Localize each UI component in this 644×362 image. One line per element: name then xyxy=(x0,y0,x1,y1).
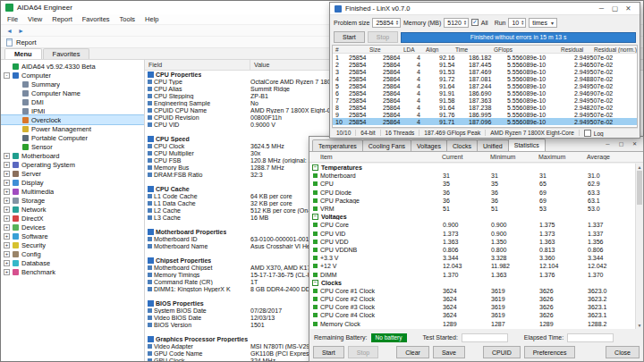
tree-item[interactable]: Overclock xyxy=(1,115,144,124)
tree-item[interactable]: + Display xyxy=(1,178,144,187)
sensor-row[interactable]: VRM 51 51 53 53.0 xyxy=(310,205,635,213)
sensor-row[interactable]: CPU Core #3 Clock 3624 3619 3626 3623.1 xyxy=(310,303,635,311)
expander-icon[interactable] xyxy=(13,144,20,150)
report-button[interactable]: Report xyxy=(16,38,37,46)
tree-item[interactable]: + Security xyxy=(1,240,144,249)
menu-item[interactable]: Favorites xyxy=(82,15,110,23)
expander-icon[interactable]: + xyxy=(4,233,10,240)
sensor-row[interactable]: CPU Core #4 Clock 3624 3619 3626 3623.1 xyxy=(310,311,635,319)
result-row[interactable]: 6 25854 25864 4 91.91 186.690 5.556089e-… xyxy=(333,89,637,97)
expander-icon[interactable] xyxy=(13,99,20,105)
button[interactable]: Stop xyxy=(348,346,378,358)
column-average[interactable]: Average xyxy=(585,154,633,160)
column-field[interactable]: Field xyxy=(145,60,250,70)
back-icon[interactable]: ◄ xyxy=(6,28,13,34)
tree-item[interactable]: DMI xyxy=(1,97,144,106)
tree-item[interactable]: Portable Computer xyxy=(1,133,144,142)
sensor-row[interactable]: CPU 35 35 65 62.9 xyxy=(310,180,635,188)
column-header[interactable]: Time xyxy=(453,46,491,53)
sensor-row[interactable]: CPU Core #1 Clock 3624 3619 3626 3623.0 xyxy=(310,287,635,295)
tree-item[interactable]: + Benchmark xyxy=(1,267,144,276)
memory-input[interactable]: 5120 xyxy=(444,18,469,28)
expander-icon[interactable]: + xyxy=(4,162,10,168)
spinner-icon[interactable] xyxy=(395,20,399,25)
expander-icon[interactable]: + xyxy=(4,171,10,177)
tree-item[interactable]: AIDA64 v5.92.4330 Beta xyxy=(1,62,144,71)
minimize-button[interactable] xyxy=(595,4,608,13)
button[interactable]: Start xyxy=(313,346,344,358)
times-dropdown[interactable]: times xyxy=(529,18,557,28)
all-checkbox[interactable] xyxy=(471,19,479,26)
result-row[interactable]: 2 25854 25864 4 91.54 187.445 5.556089e-… xyxy=(333,61,637,68)
tab-menu[interactable]: Menu xyxy=(4,48,42,59)
column-minimum[interactable]: Minimum xyxy=(488,154,537,160)
expander-icon[interactable] xyxy=(13,135,20,141)
tree-item[interactable]: + Multimedia xyxy=(1,187,144,196)
result-row[interactable]: 10 25854 25864 4 91.71 187.096 5.556089e… xyxy=(333,118,637,125)
column-header[interactable]: Align xyxy=(423,46,453,53)
spinner-icon[interactable] xyxy=(521,20,524,25)
button[interactable]: Preferences xyxy=(524,346,576,358)
expander-icon[interactable]: + xyxy=(4,242,10,248)
result-row[interactable]: 5 25854 25864 4 91.64 187.244 5.556089e-… xyxy=(333,82,637,89)
result-row[interactable]: 3 25854 25864 4 91.53 187.469 5.556089e-… xyxy=(333,68,637,75)
sensor-row[interactable]: Voltages xyxy=(310,213,635,221)
expander-icon[interactable]: + xyxy=(4,251,10,257)
expander-icon[interactable]: + xyxy=(4,224,10,231)
linx-titlebar[interactable]: Finished - LinX v0.7.0 xyxy=(330,3,640,15)
sensor-row[interactable]: +3.3 V 3.344 3.328 3.360 3.344 xyxy=(310,254,635,262)
tree-item[interactable]: - Computer xyxy=(1,71,144,80)
sensor-row[interactable]: CPU Core 0.900 0.900 1.375 1.337 xyxy=(310,221,635,229)
tree-item[interactable]: IPMI xyxy=(1,106,144,115)
result-row[interactable]: 9 25854 25864 4 91.76 186.995 5.556089e-… xyxy=(333,111,637,118)
start-button[interactable]: Start xyxy=(334,31,365,43)
scroll-up-icon[interactable]: ▲ xyxy=(636,164,643,171)
tab[interactable]: Cooling Fans xyxy=(362,139,411,151)
sensor-row[interactable]: +12 V 12.043 11.982 12.104 12.042 xyxy=(310,262,635,270)
tree-item[interactable]: Sensor xyxy=(1,142,144,151)
column-header[interactable]: # xyxy=(333,46,367,53)
expander-icon[interactable]: + xyxy=(4,206,10,213)
button[interactable]: CPUID xyxy=(483,346,521,358)
column-item[interactable]: Item xyxy=(309,154,440,160)
sensor-row[interactable]: Memory Clock 1289 1287 1289 1288.2 xyxy=(310,320,635,328)
result-row[interactable]: 8 25854 25864 4 91.64 187.238 5.556089e-… xyxy=(333,104,637,111)
result-row[interactable]: 4 25854 25864 4 91.72 187.081 5.556089e-… xyxy=(333,75,637,82)
tree-item[interactable]: + Server xyxy=(1,169,144,178)
expander-icon[interactable]: + xyxy=(4,215,10,222)
expander-icon[interactable] xyxy=(13,126,20,132)
expander-icon[interactable]: + xyxy=(4,180,10,186)
scroll-down-icon[interactable]: ▼ xyxy=(636,322,643,329)
tab[interactable]: Clocks xyxy=(446,139,478,151)
sensor-row[interactable]: CPU VDDNB 0.806 0.800 0.813 0.806 xyxy=(310,246,635,254)
sensor-row[interactable]: DIMM 1.370 1.363 1.376 1.370 xyxy=(310,270,635,278)
tree-item[interactable]: + Network xyxy=(1,205,144,214)
forward-icon[interactable]: ► xyxy=(18,28,24,34)
button[interactable]: Close xyxy=(606,346,640,358)
stop-button[interactable]: Stop xyxy=(368,31,398,43)
tree-item[interactable]: + Database xyxy=(1,258,144,267)
expander-icon[interactable]: + xyxy=(4,189,10,195)
expander-icon[interactable]: + xyxy=(4,198,10,204)
expander-icon[interactable]: - xyxy=(4,72,10,79)
sensor-row[interactable]: CPU VID 1.373 0.900 1.373 1.337 xyxy=(310,230,635,238)
problem-size-input[interactable]: 25854 xyxy=(372,18,400,28)
tree-item[interactable]: + Config xyxy=(1,249,144,258)
column-header[interactable]: Residual xyxy=(558,46,591,53)
expander-icon[interactable] xyxy=(13,117,20,123)
column-header[interactable]: LDA xyxy=(401,46,423,53)
tree-item[interactable]: + Devices xyxy=(1,223,144,232)
tab[interactable]: Temperatures xyxy=(312,139,363,151)
scrollbar-thumb[interactable] xyxy=(637,171,642,205)
spinner-icon[interactable] xyxy=(463,20,467,25)
sensor-row[interactable]: Temperatures xyxy=(310,164,635,172)
expander-icon[interactable] xyxy=(13,90,20,97)
tab-favorites[interactable]: Favorites xyxy=(43,48,90,59)
expander-icon[interactable]: + xyxy=(4,260,10,266)
sensor-row[interactable]: CPU Package 36 36 69 63.1 xyxy=(310,197,635,205)
button[interactable]: Clear xyxy=(396,346,429,358)
tree-item[interactable]: + Software xyxy=(1,232,144,240)
expander-icon[interactable] xyxy=(13,81,20,88)
sensor-row[interactable]: Clocks xyxy=(310,279,635,287)
maximize-button[interactable] xyxy=(614,139,628,148)
